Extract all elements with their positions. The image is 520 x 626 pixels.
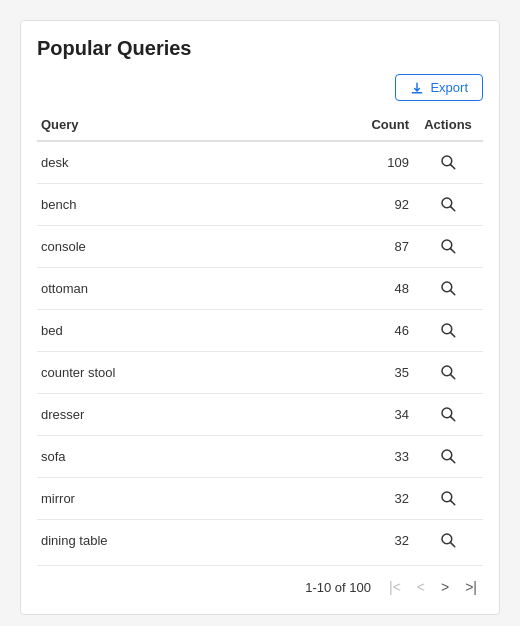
download-icon — [410, 81, 424, 95]
query-cell: console — [37, 226, 343, 268]
svg-line-12 — [451, 375, 455, 379]
count-cell: 32 — [343, 478, 413, 520]
svg-line-18 — [451, 501, 455, 505]
search-action-button[interactable] — [437, 193, 459, 215]
search-icon — [439, 279, 457, 297]
search-icon — [439, 153, 457, 171]
table-row: counter stool35 — [37, 352, 483, 394]
table-row: bed46 — [37, 310, 483, 352]
count-cell: 33 — [343, 436, 413, 478]
search-action-button[interactable] — [437, 319, 459, 341]
next-page-button[interactable]: > — [435, 576, 455, 598]
query-cell: dresser — [37, 394, 343, 436]
export-label: Export — [430, 80, 468, 95]
actions-cell — [413, 268, 483, 310]
count-column-header: Count — [343, 109, 413, 141]
search-icon — [439, 321, 457, 339]
table-header-row: Query Count Actions — [37, 109, 483, 141]
prev-page-button[interactable]: < — [411, 576, 431, 598]
table-row: mirror32 — [37, 478, 483, 520]
actions-cell — [413, 394, 483, 436]
search-action-button[interactable] — [437, 529, 459, 551]
table-row: dining table32 — [37, 520, 483, 562]
table-row: ottoman48 — [37, 268, 483, 310]
search-icon — [439, 195, 457, 213]
table-row: desk109 — [37, 141, 483, 184]
actions-cell — [413, 226, 483, 268]
search-action-button[interactable] — [437, 403, 459, 425]
search-action-button[interactable] — [437, 151, 459, 173]
search-icon — [439, 237, 457, 255]
query-cell: bench — [37, 184, 343, 226]
search-action-button[interactable] — [437, 487, 459, 509]
svg-line-2 — [451, 165, 455, 169]
queries-table: Query Count Actions desk109 bench92 cons… — [37, 109, 483, 561]
query-cell: counter stool — [37, 352, 343, 394]
actions-cell — [413, 520, 483, 562]
svg-line-10 — [451, 333, 455, 337]
actions-cell — [413, 436, 483, 478]
search-icon — [439, 363, 457, 381]
svg-line-4 — [451, 207, 455, 211]
table-row: dresser34 — [37, 394, 483, 436]
count-cell: 35 — [343, 352, 413, 394]
table-body: desk109 bench92 console87 ottoman48 bed4… — [37, 141, 483, 561]
actions-column-header: Actions — [413, 109, 483, 141]
actions-cell — [413, 141, 483, 184]
search-action-button[interactable] — [437, 235, 459, 257]
popular-queries-panel: Popular Queries Export Query Count Actio… — [20, 20, 500, 615]
query-cell: mirror — [37, 478, 343, 520]
count-cell: 48 — [343, 268, 413, 310]
count-cell: 32 — [343, 520, 413, 562]
query-column-header: Query — [37, 109, 343, 141]
toolbar: Export — [37, 74, 483, 101]
search-icon — [439, 531, 457, 549]
actions-cell — [413, 478, 483, 520]
search-icon — [439, 489, 457, 507]
export-button[interactable]: Export — [395, 74, 483, 101]
count-cell: 46 — [343, 310, 413, 352]
count-cell: 34 — [343, 394, 413, 436]
svg-line-8 — [451, 291, 455, 295]
page-title: Popular Queries — [37, 37, 483, 60]
table-row: bench92 — [37, 184, 483, 226]
svg-line-16 — [451, 459, 455, 463]
actions-cell — [413, 352, 483, 394]
actions-cell — [413, 310, 483, 352]
count-cell: 87 — [343, 226, 413, 268]
search-action-button[interactable] — [437, 277, 459, 299]
count-cell: 92 — [343, 184, 413, 226]
query-cell: sofa — [37, 436, 343, 478]
pagination: 1-10 of 100 |< < > >| — [37, 565, 483, 598]
table-row: sofa33 — [37, 436, 483, 478]
search-action-button[interactable] — [437, 445, 459, 467]
pagination-info: 1-10 of 100 — [305, 580, 371, 595]
table-row: console87 — [37, 226, 483, 268]
search-icon — [439, 405, 457, 423]
svg-line-6 — [451, 249, 455, 253]
query-cell: bed — [37, 310, 343, 352]
query-cell: desk — [37, 141, 343, 184]
actions-cell — [413, 184, 483, 226]
search-icon — [439, 447, 457, 465]
query-cell: ottoman — [37, 268, 343, 310]
count-cell: 109 — [343, 141, 413, 184]
svg-line-14 — [451, 417, 455, 421]
search-action-button[interactable] — [437, 361, 459, 383]
query-cell: dining table — [37, 520, 343, 562]
svg-line-20 — [451, 543, 455, 547]
last-page-button[interactable]: >| — [459, 576, 483, 598]
first-page-button[interactable]: |< — [383, 576, 407, 598]
